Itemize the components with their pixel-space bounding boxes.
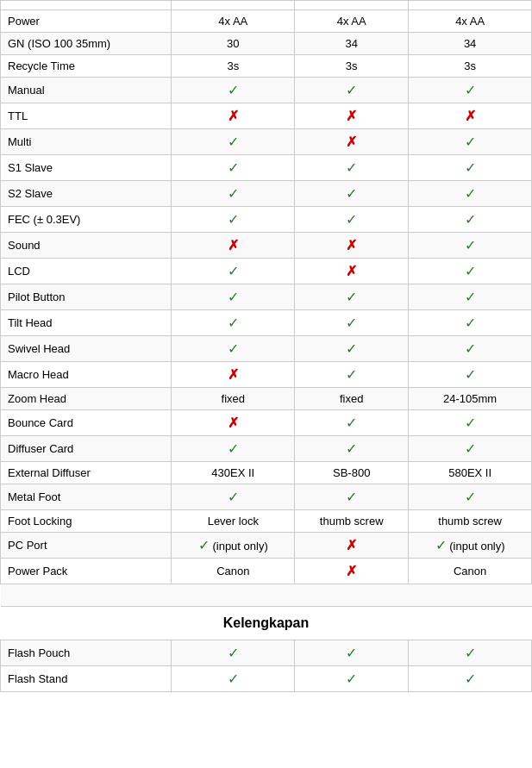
table-row: S2 Slave ✓ ✓ ✓ — [1, 181, 532, 207]
row-label: TTL — [1, 103, 172, 129]
check-icon: ✓ — [228, 264, 239, 278]
cell-value: 580EX II — [448, 466, 491, 479]
cell-yn460: ✗ — [295, 103, 409, 129]
cell-yn460: ✓ — [295, 410, 409, 436]
cell-yn460: ✓ — [295, 78, 409, 103]
row-label: External Diffuser — [1, 462, 172, 484]
cross-icon: ✗ — [346, 238, 357, 253]
check-icon: ✓ — [228, 315, 239, 330]
check-icon: ✓ — [435, 538, 447, 553]
check-icon: ✓ — [465, 290, 476, 304]
table-row: Swivel Head ✓ ✓ ✓ — [1, 336, 532, 362]
check-icon: ✓ — [465, 315, 476, 330]
check-icon: ✓ — [465, 441, 476, 456]
cell-jy620: 3s — [172, 55, 295, 78]
check-icon: ✓ — [228, 134, 239, 149]
cell-jy620: ✓ — [172, 336, 295, 362]
check-icon: ✓ — [465, 212, 476, 227]
cell-yn460: ✗ — [295, 533, 409, 559]
cell-yn560: ✓ — [409, 207, 532, 233]
row-label: Metal Foot — [1, 484, 172, 510]
row-label: Bounce Card — [1, 410, 172, 436]
check-icon: ✓ — [346, 646, 357, 660]
cell-value: 3s — [227, 59, 239, 72]
cell-jy620: ✓ (input only) — [172, 533, 295, 559]
row-label: Multi — [1, 129, 172, 155]
cell-yn560: ✓ — [409, 410, 532, 436]
check-icon: ✓ — [465, 367, 476, 382]
cell-value: 3s — [464, 59, 476, 72]
cell-yn560: 24-105mm — [409, 388, 532, 410]
check-icon: ✓ — [228, 341, 239, 356]
table-row: FEC (± 0.3EV) ✓ ✓ ✓ — [1, 207, 532, 233]
cell-yn560: ✓ — [409, 484, 532, 510]
row-label: Power — [1, 10, 172, 33]
table-row: Zoom Head fixed fixed 24-105mm — [1, 388, 532, 410]
cell-yn460: ✓ — [295, 666, 409, 692]
row-label: Pilot Button — [1, 284, 172, 310]
check-icon: ✓ — [228, 490, 239, 504]
cell-yn460: SB-800 — [295, 462, 409, 484]
cell-jy620: ✓ — [172, 129, 295, 155]
cell-yn460: ✓ — [295, 181, 409, 207]
check-icon: ✓ — [346, 186, 357, 201]
check-icon: ✓ — [228, 671, 239, 686]
check-icon: ✓ — [465, 646, 476, 660]
cell-jy620: ✓ — [172, 78, 295, 103]
check-icon: ✓ — [465, 83, 476, 97]
cell-yn560: 580EX II — [409, 462, 532, 484]
cell-jy620: ✓ — [172, 640, 295, 666]
cell-yn560: ✓ — [409, 310, 532, 336]
check-icon: ✓ — [346, 83, 357, 97]
cell-yn560: Canon — [409, 559, 532, 584]
empty-row — [1, 584, 532, 607]
section-header-row: Kelengkapan — [1, 607, 532, 640]
cell-value: fixed — [222, 392, 245, 405]
check-icon: ✓ — [346, 415, 357, 430]
table-row: S1 Slave ✓ ✓ ✓ — [1, 155, 532, 181]
check-icon: ✓ — [228, 160, 239, 175]
table-row: Power 4x AA 4x AA 4x AA — [1, 10, 532, 33]
cell-jy620: ✓ — [172, 666, 295, 692]
table-row: LCD ✓ ✗ ✓ — [1, 259, 532, 284]
cell-yn560: ✓ — [409, 436, 532, 462]
cell-yn560: ✓ — [409, 129, 532, 155]
cell-yn560: ✓ — [409, 666, 532, 692]
cell-yn460: ✗ — [295, 259, 409, 284]
check-icon: ✓ — [465, 186, 476, 201]
table-row: External Diffuser 430EX II SB-800 580EX … — [1, 462, 532, 484]
cell-value: fixed — [340, 392, 363, 405]
cell-value: 4x AA — [218, 15, 247, 28]
table-row: Power Pack Canon ✗ Canon — [1, 559, 532, 584]
row-label: Manual — [1, 78, 172, 103]
cell-jy620: ✗ — [172, 233, 295, 259]
check-icon: ✓ — [346, 441, 357, 456]
cell-value: 3s — [346, 59, 358, 72]
cell-yn560: ✓ — [409, 155, 532, 181]
check-icon: ✓ — [228, 441, 239, 456]
cell-value: 24-105mm — [443, 392, 497, 405]
row-label: Flash Stand — [1, 666, 172, 692]
cell-yn460: ✗ — [295, 559, 409, 584]
check-icon: ✓ — [228, 646, 239, 660]
cross-icon: ✗ — [465, 109, 476, 123]
cell-value: 30 — [227, 37, 239, 50]
cell-yn560: 4x AA — [409, 10, 532, 33]
check-icon: ✓ — [346, 490, 357, 504]
table-row: Manual ✓ ✓ ✓ — [1, 78, 532, 103]
cell-jy620: ✓ — [172, 259, 295, 284]
cell-yn460: 34 — [295, 33, 409, 55]
table-row: Flash Pouch ✓ ✓ ✓ — [1, 640, 532, 666]
row-label: Zoom Head — [1, 388, 172, 410]
row-label: Tilt Head — [1, 310, 172, 336]
cell-jy620: 4x AA — [172, 10, 295, 33]
cross-icon: ✗ — [228, 109, 239, 123]
table-row: Foot Locking Lever lock thumb screw thum… — [1, 510, 532, 533]
check-icon: ✓ — [465, 341, 476, 356]
cross-icon: ✗ — [346, 134, 357, 149]
cell-yn460: ✓ — [295, 436, 409, 462]
check-icon: ✓ — [228, 83, 239, 97]
check-icon: ✓ — [346, 367, 357, 382]
table-row: GN (ISO 100 35mm) 30 34 34 — [1, 33, 532, 55]
cell-value: thumb screw — [438, 515, 502, 528]
